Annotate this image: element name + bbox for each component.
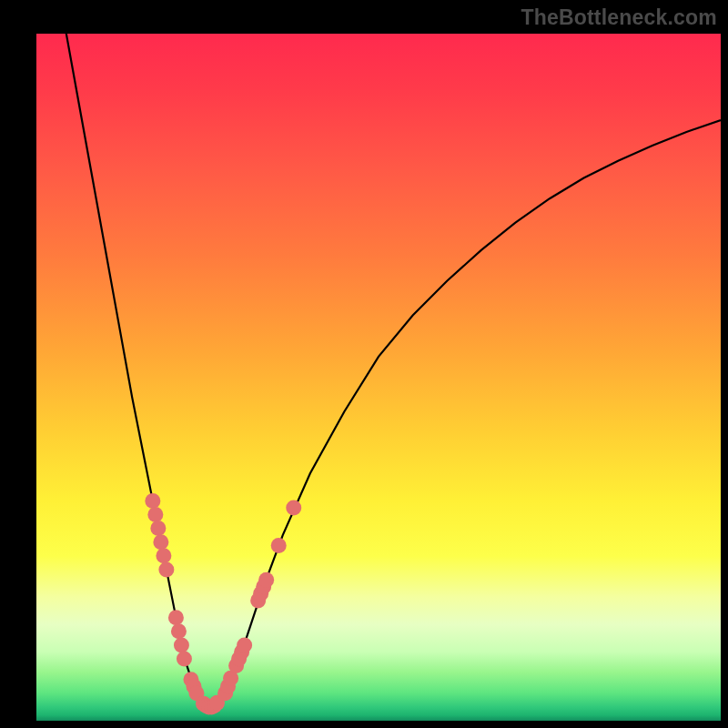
data-point [153,534,168,550]
data-point [145,493,160,509]
data-point [168,610,184,625]
data-point [156,548,171,563]
data-point [147,507,163,522]
data-point [177,652,192,667]
chart-stage: TheBottleneck.com [0,0,728,728]
data-point [150,521,166,536]
watermark-text: TheBottleneck.com [521,5,717,30]
data-point [174,637,189,652]
data-point [286,500,301,515]
data-point [158,561,174,577]
chart-svg [36,34,721,721]
data-point [171,623,187,639]
data-point [258,572,274,588]
plot-area [36,34,721,721]
bottleneck-curve [64,34,721,707]
data-point [237,637,252,652]
data-points [145,493,301,715]
data-point [271,538,287,553]
